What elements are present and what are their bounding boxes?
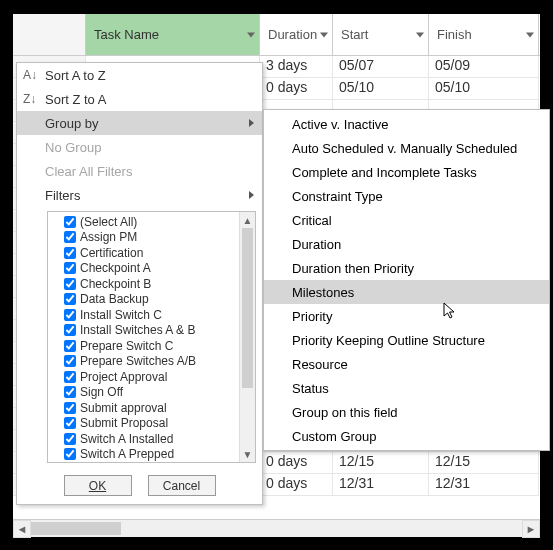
- filter-checkbox[interactable]: [64, 231, 76, 243]
- filter-checkbox[interactable]: [64, 216, 76, 228]
- filter-label: Prepare Switches A/B: [80, 354, 196, 368]
- filter-label: Checkpoint B: [80, 277, 151, 291]
- filter-label: Submit Proposal: [80, 416, 168, 430]
- filter-item[interactable]: Prepare Switches A/B: [48, 354, 239, 370]
- scroll-track[interactable]: [31, 520, 522, 537]
- menu-sort-za[interactable]: Z↓ Sort Z to A: [17, 87, 262, 111]
- filter-item[interactable]: Sign Off: [48, 385, 239, 401]
- dropdown-icon[interactable]: [247, 32, 255, 37]
- submenu-item[interactable]: Group on this field: [264, 400, 549, 424]
- filter-scrollbar[interactable]: ▲ ▼: [239, 212, 255, 462]
- filter-label: Switch A Installed: [80, 432, 173, 446]
- filter-label: Checkpoint A: [80, 261, 151, 275]
- filter-checkbox[interactable]: [64, 340, 76, 352]
- cell-finish[interactable]: 05/10: [429, 78, 539, 100]
- submenu-item[interactable]: Constraint Type: [264, 184, 549, 208]
- filter-checkbox[interactable]: [64, 355, 76, 367]
- filter-item[interactable]: Certification: [48, 245, 239, 261]
- cell-start[interactable]: 12/15: [333, 452, 429, 474]
- menu-label: Filters: [45, 188, 80, 203]
- menu-sort-az[interactable]: A↓ Sort A to Z: [17, 63, 262, 87]
- filter-item[interactable]: Submit approval: [48, 400, 239, 416]
- submenu-item[interactable]: Duration then Priority: [264, 256, 549, 280]
- column-header-start[interactable]: Start: [333, 14, 429, 55]
- submenu-item[interactable]: Active v. Inactive: [264, 112, 549, 136]
- filter-item[interactable]: Install Switches A & B: [48, 323, 239, 339]
- filter-checkbox[interactable]: [64, 247, 76, 259]
- dropdown-icon[interactable]: [320, 32, 328, 37]
- submenu-label: Constraint Type: [292, 189, 383, 204]
- menu-clear-filters: Clear All Filters: [17, 159, 262, 183]
- filter-values-list[interactable]: (Select All)Assign PMCertificationCheckp…: [48, 212, 239, 462]
- filter-checkbox[interactable]: [64, 371, 76, 383]
- filter-checkbox[interactable]: [64, 309, 76, 321]
- cell-duration[interactable]: 0 days: [260, 452, 333, 474]
- filter-checkbox[interactable]: [64, 417, 76, 429]
- filter-values-box: (Select All)Assign PMCertificationCheckp…: [47, 211, 256, 463]
- submenu-item[interactable]: Priority: [264, 304, 549, 328]
- menu-group-by[interactable]: Group by: [17, 111, 262, 135]
- horizontal-scrollbar[interactable]: ◄ ►: [13, 519, 540, 537]
- filter-item[interactable]: Assign PM: [48, 230, 239, 246]
- filter-label: Switch A Prepped: [80, 447, 174, 461]
- filter-checkbox[interactable]: [64, 262, 76, 274]
- filter-item[interactable]: Switch A Installed: [48, 431, 239, 447]
- filter-item[interactable]: Submit Proposal: [48, 416, 239, 432]
- filter-item[interactable]: Checkpoint A: [48, 261, 239, 277]
- scroll-up-icon[interactable]: ▲: [240, 212, 255, 228]
- filter-checkbox[interactable]: [64, 293, 76, 305]
- filter-item[interactable]: Switch A Prepped: [48, 447, 239, 463]
- submenu-label: Priority Keeping Outline Structure: [292, 333, 485, 348]
- cell-finish[interactable]: 05/09: [429, 56, 539, 78]
- cell-duration[interactable]: 0 days: [260, 474, 333, 496]
- submenu-item[interactable]: Complete and Incomplete Tasks: [264, 160, 549, 184]
- filter-checkbox[interactable]: [64, 278, 76, 290]
- scroll-thumb[interactable]: [31, 522, 121, 535]
- filter-item[interactable]: Checkpoint B: [48, 276, 239, 292]
- filter-item[interactable]: Data Backup: [48, 292, 239, 308]
- filter-checkbox[interactable]: [64, 402, 76, 414]
- menu-label: Clear All Filters: [45, 164, 132, 179]
- scroll-right-icon[interactable]: ►: [522, 520, 540, 538]
- menu-filters[interactable]: Filters: [17, 183, 262, 207]
- filter-checkbox[interactable]: [64, 433, 76, 445]
- dropdown-icon[interactable]: [526, 32, 534, 37]
- cell-start[interactable]: 12/31: [333, 474, 429, 496]
- cell-finish[interactable]: 12/15: [429, 452, 539, 474]
- filter-label: Install Switch C: [80, 308, 162, 322]
- column-header-taskname[interactable]: Task Name: [86, 14, 260, 55]
- filter-checkbox[interactable]: [64, 448, 76, 460]
- column-header-duration[interactable]: Duration: [260, 14, 333, 55]
- submenu-item[interactable]: Custom Group: [264, 424, 549, 448]
- filter-item[interactable]: Install Switch C: [48, 307, 239, 323]
- submenu-item[interactable]: Milestones: [264, 280, 549, 304]
- filter-item[interactable]: Prepare Switch C: [48, 338, 239, 354]
- submenu-label: Group on this field: [292, 405, 398, 420]
- filter-item[interactable]: Project Approval: [48, 369, 239, 385]
- scroll-left-icon[interactable]: ◄: [13, 520, 31, 538]
- ok-button[interactable]: OK: [64, 475, 132, 496]
- filter-item[interactable]: (Select All): [48, 214, 239, 230]
- scroll-down-icon[interactable]: ▼: [240, 446, 255, 462]
- cell-finish[interactable]: 12/31: [429, 474, 539, 496]
- cancel-button[interactable]: Cancel: [148, 475, 216, 496]
- column-header-finish[interactable]: Finish: [429, 14, 539, 55]
- column-label: Duration: [268, 27, 317, 42]
- cell-duration[interactable]: 3 days: [260, 56, 333, 78]
- filter-checkbox[interactable]: [64, 386, 76, 398]
- submenu-item[interactable]: Critical: [264, 208, 549, 232]
- submenu-label: Auto Scheduled v. Manually Scheduled: [292, 141, 517, 156]
- filter-checkbox[interactable]: [64, 324, 76, 336]
- submenu-label: Resource: [292, 357, 348, 372]
- dropdown-icon[interactable]: [416, 32, 424, 37]
- menu-label: Group by: [45, 116, 98, 131]
- cell-duration[interactable]: 0 days: [260, 78, 333, 100]
- submenu-item[interactable]: Status: [264, 376, 549, 400]
- submenu-item[interactable]: Auto Scheduled v. Manually Scheduled: [264, 136, 549, 160]
- submenu-item[interactable]: Duration: [264, 232, 549, 256]
- cell-start[interactable]: 05/07: [333, 56, 429, 78]
- scroll-thumb[interactable]: [242, 228, 253, 388]
- submenu-item[interactable]: Priority Keeping Outline Structure: [264, 328, 549, 352]
- submenu-item[interactable]: Resource: [264, 352, 549, 376]
- cell-start[interactable]: 05/10: [333, 78, 429, 100]
